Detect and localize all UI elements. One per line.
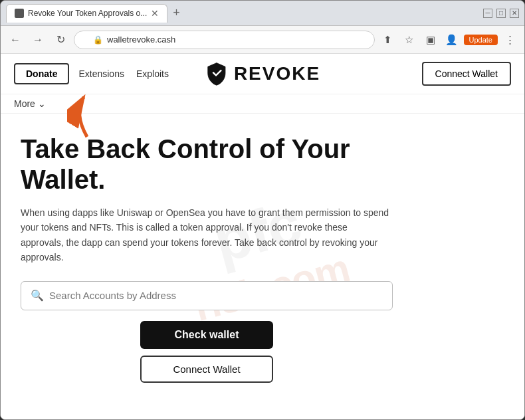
hero-title: Take Back Control of Your Wallet. — [21, 134, 393, 195]
extensions-link[interactable]: Extensions — [76, 64, 126, 83]
more-label: More — [14, 98, 35, 109]
window-controls: ─ □ ✕ — [483, 9, 519, 18]
action-buttons: Check wallet Connect Wallet — [21, 321, 393, 383]
connect-wallet-nav-button[interactable]: Connect Wallet — [422, 62, 511, 86]
search-input-wrapper[interactable]: 🔍 — [21, 281, 393, 310]
close-window-button[interactable]: ✕ — [510, 9, 519, 18]
chevron-down-icon: ⌄ — [38, 98, 46, 109]
donate-button[interactable]: Donate — [14, 63, 69, 84]
exploits-link[interactable]: Exploits — [134, 64, 171, 83]
address-bar[interactable]: 🔒 — [74, 31, 375, 49]
site-nav: Donate Extensions Exploits REVOKE Connec… — [1, 54, 524, 94]
active-tab[interactable]: Revoke Your Token Approvals o... ✕ — [6, 4, 167, 23]
tab-bar: Revoke Your Token Approvals o... ✕ + — [6, 4, 479, 23]
sidebar-icon[interactable]: ▣ — [421, 31, 440, 49]
forward-button[interactable]: → — [29, 31, 47, 49]
minimize-button[interactable]: ─ — [483, 9, 492, 18]
update-button[interactable]: Update — [464, 35, 498, 45]
toolbar-actions: ⬆ ☆ ▣ 👤 Update ⋮ — [379, 31, 519, 49]
page-content: Donate Extensions Exploits REVOKE Connec… — [1, 54, 524, 419]
hero-description: When using dapps like Uniswap or OpenSea… — [21, 205, 393, 265]
back-button[interactable]: ← — [6, 31, 25, 49]
maximize-button[interactable]: □ — [496, 9, 506, 18]
url-input[interactable] — [107, 31, 366, 49]
site-nav-secondary: More ⌄ — [1, 94, 524, 114]
connect-wallet-button[interactable]: Connect Wallet — [140, 356, 273, 383]
lock-icon: 🔒 — [93, 35, 103, 45]
refresh-button[interactable]: ↻ — [51, 31, 70, 49]
new-tab-button[interactable]: + — [167, 6, 185, 20]
site-logo: REVOKE — [205, 62, 320, 86]
star-icon[interactable]: ☆ — [400, 31, 419, 49]
hero-section: pfc risk.com Take Back Control of Your W… — [1, 114, 524, 396]
logo-text: REVOKE — [234, 63, 320, 84]
profile-icon[interactable]: 👤 — [443, 31, 461, 49]
search-input[interactable] — [49, 290, 383, 301]
browser-toolbar: ← → ↻ 🔒 ⬆ ☆ ▣ 👤 Update ⋮ — [1, 26, 524, 54]
search-icon: 🔍 — [31, 289, 44, 302]
check-wallet-button[interactable]: Check wallet — [140, 321, 273, 349]
browser-window: Revoke Your Token Approvals o... ✕ + ─ □… — [0, 0, 525, 420]
tab-favicon — [15, 9, 24, 18]
search-container: 🔍 — [21, 281, 504, 310]
menu-icon[interactable]: ⋮ — [500, 31, 519, 49]
share-icon[interactable]: ⬆ — [379, 31, 397, 49]
tab-title: Revoke Your Token Approvals o... — [28, 9, 147, 18]
tab-close-button[interactable]: ✕ — [151, 8, 159, 19]
shield-icon — [205, 62, 229, 86]
more-menu-link[interactable]: More ⌄ — [14, 98, 511, 109]
title-bar: Revoke Your Token Approvals o... ✕ + ─ □… — [1, 1, 524, 26]
